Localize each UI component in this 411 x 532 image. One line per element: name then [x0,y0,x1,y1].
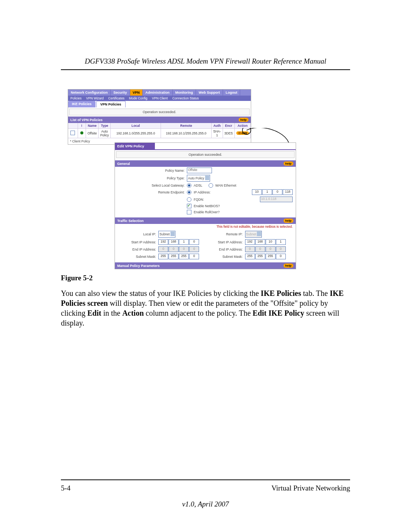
row-encr: 3DES [223,129,234,138]
tab-vpn-policies[interactable]: VPN Policies [96,101,126,107]
nav-logout[interactable]: Logout [223,89,241,96]
operation-status-2: Operation succeeded. [116,151,295,158]
nav-security[interactable]: Security [111,89,130,96]
policy-name-input[interactable]: Offsite [187,168,212,173]
remote-ip-mode-select: Subnet [245,231,262,238]
traffic-note: This field is not editable, because netb… [115,224,296,230]
vpn-policies-table: ! Name Type Local Remote Auth Encr Actio… [68,123,251,138]
subnav-modeconfig[interactable]: Mode Config [127,96,150,101]
row-type: Auto Policy [99,129,111,138]
local-end-label: End IP Address: [118,248,158,251]
col-action: Action [234,123,250,129]
local-start-ip-input[interactable]: 19216810 [158,239,199,245]
subnav-vpnwizard[interactable]: VPN Wizard [84,96,106,101]
edit-panel-title: Edit VPN Policy [115,143,155,149]
remote-mask-label: Subnet Mask: [209,255,245,259]
doc-version: v1.0, April 2007 [61,500,350,508]
radio-wan[interactable] [209,183,213,188]
row-checkbox[interactable] [70,131,75,135]
radio-fqdn[interactable] [187,197,191,202]
row-local: 192.168.1.0/255.255.255.0 [111,129,161,138]
body-paragraph: You can also view the status of your IKE… [61,288,350,328]
remote-end-label: End IP Address: [209,248,245,251]
gateway-label: Select Local Gateway: [118,184,187,187]
row-name: Offsite [86,129,99,138]
policy-name-label: Policy Name: [118,169,187,173]
radio-wan-label: WAN Ethernet [215,184,236,187]
subnav-certificates[interactable]: Certificates [106,96,127,101]
col-name: Name [86,123,99,129]
netbios-label: Enable NetBIOS? [194,204,220,208]
operation-status: Operation succeeded. [69,109,250,115]
section-manual-label: Manual Policy Parameters [117,264,160,268]
nav-monitoring[interactable]: Monitoring [173,89,196,96]
section-general-label: General [117,162,130,166]
section-traffic-label: Traffic Selection [117,219,144,223]
remote-ip-input[interactable]: 10 1 0 118 [252,189,293,195]
help-badge[interactable]: help [284,264,293,268]
nav-netconf[interactable]: Network Configuration [68,89,111,96]
remote-start-ip-input[interactable]: 192168101 [245,239,286,245]
running-header: DGFV338 ProSafe Wireless ADSL Modem VPN … [61,57,350,69]
nav-vpn[interactable]: VPN [130,89,143,96]
list-title: List of VPN Policies [70,118,103,122]
page-footer: 5-4 Virtual Private Networking v1.0, Apr… [61,479,350,508]
remote-endpoint-label: Remote Endpoint: [118,190,187,194]
radio-fqdn-label: FQDN: [194,198,204,201]
list-header: List of VPN Policies help [68,117,251,123]
row-remote: 192.168.10.1/255.255.255.0 [161,129,212,138]
col-type: Type [99,123,111,129]
help-badge[interactable]: help [284,161,293,166]
nav-admin[interactable]: Administration [143,89,173,96]
section-traffic: Traffic Selection help [115,217,296,224]
section-manual: Manual Policy Parameters help [115,262,296,269]
edit-button[interactable]: edit [236,131,249,135]
checkbox-rollover[interactable] [187,210,191,214]
page-number: 5-4 [61,484,70,492]
policy-type-label: Policy Type: [118,176,187,180]
col-encr: Encr [223,123,234,129]
help-badge[interactable]: help [239,118,249,122]
local-mask-label: Subnet Mask: [118,255,158,259]
nav-websupport[interactable]: Web Support [196,89,223,96]
local-ip-label: Local IP: [118,232,158,236]
vpn-policies-panel: Network Configuration Security VPN Admin… [68,89,251,145]
tab-ike-policies[interactable]: IKE Policies [68,101,96,107]
remote-ip-label: Remote IP: [209,232,245,236]
section-general: General help [115,160,296,167]
col-auth: Auth [212,123,223,129]
chapter-title: Virtual Private Networking [271,484,350,492]
radio-ip-label: IP Address: [194,190,210,194]
col-remote: Remote [161,123,212,129]
fqdn-input: 10.1.0.118 [260,197,293,202]
remote-end-ip-input: 0000 [245,246,286,252]
figure-screenshot: Network Configuration Security VPN Admin… [68,89,300,268]
col-local: Local [111,123,161,129]
local-ip-mode-select[interactable]: Subnet [158,231,175,238]
checkbox-netbios[interactable] [187,204,191,208]
table-row: Offsite Auto Policy 192.168.1.0/255.255.… [68,129,251,138]
local-end-ip-input: 0000 [158,246,199,252]
help-badge[interactable]: help [284,219,293,223]
radio-adsl[interactable] [187,183,191,188]
tabs: IKE Policies VPN Policies [68,101,251,107]
subnav-connstatus[interactable]: Connection Status [170,96,201,101]
local-mask-input[interactable]: 2552552550 [158,254,199,259]
radio-ip[interactable] [187,190,191,195]
policy-type-select[interactable]: Auto Policy [187,175,210,182]
figure-caption: Figure 5-2 [61,274,350,282]
main-nav: Network Configuration Security VPN Admin… [68,89,251,96]
col-status: ! [78,123,86,129]
rollover-label: Enable RollOver? [194,210,220,214]
row-auth: SHA-1 [212,129,223,138]
subnav-vpnclient[interactable]: VPN Client [150,96,170,101]
remote-mask-input[interactable]: 2552552550 [245,254,286,259]
local-start-label: Start IP Address: [118,240,158,244]
sub-nav: Policies VPN Wizard Certificates Mode Co… [68,96,251,101]
edit-vpn-policy-panel: Edit VPN Policy Operation succeeded. Gen… [115,142,296,269]
status-dot-icon [80,131,83,134]
subnav-policies[interactable]: Policies [68,96,84,101]
remote-start-label: Start IP Address: [209,240,245,244]
radio-adsl-label: ADSL [194,184,202,187]
